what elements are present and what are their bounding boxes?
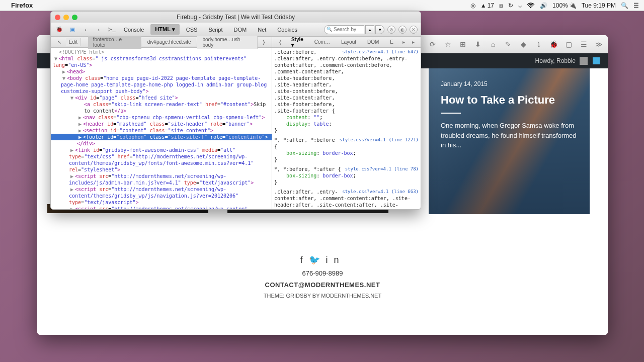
command-line-icon[interactable]: ≻_ [106,25,117,35]
tab-cookies[interactable]: Cookies [273,25,302,35]
search-prev-button[interactable]: ▴ [365,25,374,34]
minimize-panel-button[interactable]: ⊘ [387,26,395,34]
close-icon[interactable] [55,15,60,20]
search-icon: 🔍 [327,27,332,32]
edit-button[interactable]: Edit [66,38,81,46]
post-date: January 14, 2015 [441,80,578,87]
star-button[interactable]: ☆ [443,39,453,49]
minimize-icon[interactable] [63,15,69,20]
footer-phone: 676-909-8989 [37,269,608,277]
facebook-icon[interactable]: f [300,255,308,265]
html-panel[interactable]: <!DOCTYPE html> ▼<html class=" js csstra… [51,48,272,209]
firebug-toolbar: 🐞 ▣ ‹ › ≻_ Console HTML ▾ CSS Script DOM… [51,23,421,37]
inspect-cursor-icon[interactable]: ↖ [54,37,65,47]
mac-menubar: Firefox ◎ ▲ 17 ⧈ ↻ ⌵ 🔊 100% 🔌 Tue 9:19 P… [0,0,644,11]
post-excerpt: One morning, when Gregor Samsa woke from… [441,121,578,150]
home-button[interactable]: ⌂ [488,39,498,49]
bluetooth-icon[interactable]: ⌵ [518,2,522,9]
side-next-icon[interactable]: ▸ [399,39,408,45]
css-source-link[interactable]: style.css?ver=4.1 (line 1221) [340,137,419,143]
firebug-icon[interactable]: 🐞 [548,39,558,49]
back-button[interactable]: ‹ [80,25,91,35]
site-footer: f🐦in 676-909-8989 CONTACT@MODERNTHEMES.N… [37,254,608,299]
bookmarks-icon[interactable]: ⊞ [458,39,468,49]
menubar-circle-icon[interactable]: ◎ [470,2,475,9]
css-panel[interactable]: style.css?ver=4.1 (line 647) .clear:befo… [272,48,421,209]
edit-icon[interactable]: ✎ [503,39,513,49]
css-source-link[interactable]: style.css?ver=4.1 (line 647) [342,49,419,55]
side-prev-icon[interactable]: ❬ [275,39,285,45]
tab-script[interactable]: Script [204,25,227,35]
twitter-icon[interactable]: 🐦 [309,255,326,265]
social-icons: f🐦in [37,254,608,265]
tab-css[interactable]: CSS [182,25,202,35]
divider [441,113,461,114]
close-panel-button[interactable]: ✕ [410,26,418,34]
avatar[interactable] [580,57,588,65]
zoom-icon[interactable] [72,15,77,20]
hero-card[interactable]: January 14, 2015 How to Take a Picture O… [429,68,590,214]
reload-button[interactable]: ⟳ [428,39,438,49]
css-source-link[interactable]: style.css?ver=4.1 (line 663) [342,189,419,195]
tab-net[interactable]: Net [253,25,271,35]
search-next-button[interactable]: ▾ [375,25,384,34]
wifi-icon[interactable] [527,3,535,9]
crumb-next-icon[interactable]: ❭ [259,39,269,45]
footer-email[interactable]: CONTACT@MODERNTHEMES.NET [37,281,608,289]
linkedin-icon[interactable]: in [326,255,345,265]
firebug-titlebar[interactable]: Firebug - Gridsby Test | We will Test Gr… [51,12,421,23]
inspect-icon[interactable]: ▣ [67,25,78,35]
post-title[interactable]: How to Take a Picture [441,94,578,107]
forward-button[interactable]: › [93,25,104,35]
crumb-div-page[interactable]: div#page.hfeed.site [142,38,197,46]
notification-center-icon[interactable]: ☰ [633,2,639,9]
side-tab-computed[interactable]: Com… [309,38,335,46]
footer-theme-credit: THEME: GRIDSBY BY MODERNTHEMES.NET [37,293,608,299]
svg-point-0 [530,7,531,8]
css-source-link[interactable]: style.css?ver=4.1 (line 78) [345,166,419,172]
tab-html[interactable]: HTML ▾ [150,24,179,35]
firebug-logo-icon[interactable]: 🐞 [54,25,65,35]
screenshot-icon[interactable]: ▢ [564,39,574,49]
crumb-body[interactable]: body.home…ush-body [197,36,257,49]
detach-button[interactable]: ◐ [398,26,407,34]
menu-button[interactable]: ☰ [579,39,589,49]
firebug-window: Firebug - Gridsby Test | We will Test Gr… [50,11,421,210]
more-button[interactable]: ≫ [594,39,604,49]
adobe-icon[interactable]: ▲ 17 [480,2,494,9]
menubar-sync-icon[interactable]: ↻ [508,2,513,9]
firebug-breadcrumbs: ↖ Edit footer#co…e-footer div#page.hfeed… [51,37,421,48]
window-title: Firebug - Gridsby Test | We will Test Gr… [177,14,295,21]
dropper-icon[interactable]: ⤵ [533,39,543,49]
selected-node[interactable]: ▶<footer id="colophon" class="site-site-… [51,134,272,140]
volume-icon[interactable]: 🔊 [540,2,547,9]
dropbox-icon[interactable]: ⧈ [499,2,503,9]
howdy-text[interactable]: Howdy, Robbie [535,57,576,64]
pocket-icon[interactable]: ◆ [518,39,528,49]
tab-dom[interactable]: DOM [229,25,252,35]
firebug-search: 🔍 ▴ ▾ ⊘ ◐ ✕ [324,25,418,34]
tab-console[interactable]: Console [119,25,148,35]
side-tab-style[interactable]: Style ▾ [286,36,308,49]
side-tab-layout[interactable]: Layout [336,38,361,46]
download-icon[interactable]: ⬇ [473,39,483,49]
side-tab-dom[interactable]: DOM [362,38,384,46]
app-name[interactable]: Firefox [11,2,33,9]
side-tab-events[interactable]: E [385,38,398,46]
screen-options-icon[interactable] [593,57,600,64]
spotlight-icon[interactable]: 🔍 [621,2,628,9]
clock[interactable]: Tue 9:19 PM [582,2,616,9]
battery-icon[interactable]: 100% 🔌 [552,2,577,9]
side-menu-icon[interactable]: ▸ [409,39,418,45]
crumb-footer[interactable]: footer#co…e-footer [88,36,141,49]
